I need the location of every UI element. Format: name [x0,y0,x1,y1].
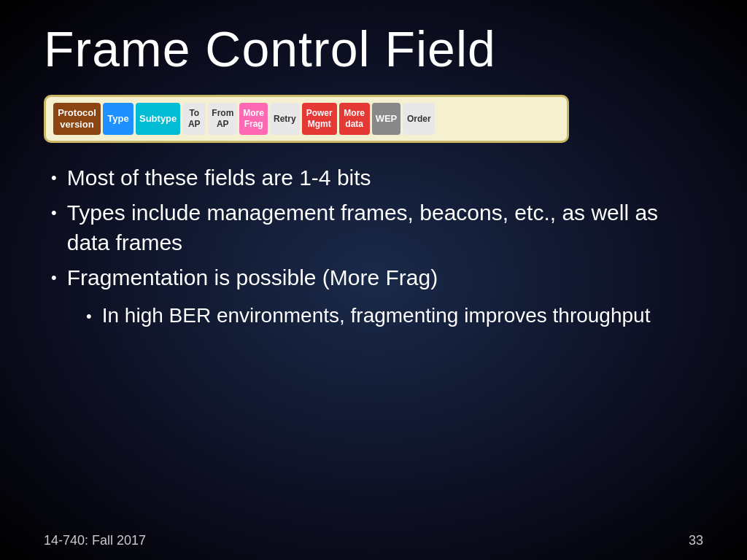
bullet-dot: • [51,202,57,224]
slide-title: Frame Control Field [44,22,703,77]
frame-field-wep: WEP [372,103,401,135]
frame-field-subtype: Subtype [136,103,180,135]
frame-field-protocol-version: Protocolversion [53,103,101,135]
frame-field-more-frag: MoreFrag [239,103,268,135]
frame-field-order: Order [403,103,435,135]
bullet-item-1: •Types include management frames, beacon… [51,198,703,257]
bullet-text-0: Most of these fields are 1-4 bits [67,163,703,193]
slide-container: Frame Control Field ProtocolversionTypeS… [0,0,747,560]
frame-field-to-ap: ToAP [182,103,206,135]
footer-page: 33 [689,533,703,548]
bullet-text-1: Types include management frames, beacons… [67,198,703,257]
frame-field-retry: Retry [270,103,300,135]
footer-course: 14-740: Fall 2017 [44,533,146,548]
bullet-item-2: •Fragmentation is possible (More Frag) [51,263,703,293]
bullet-dot: • [51,267,57,289]
bullet-item-0: •Most of these fields are 1-4 bits [51,163,703,193]
frame-field-from-ap: FromAP [208,103,237,135]
frame-field-power-mgmt: PowerMgmt [302,103,337,135]
frame-diagram: ProtocolversionTypeSubtypeToAPFromAPMore… [44,95,569,143]
bullet-text-2: Fragmentation is possible (More Frag) [67,263,703,293]
bullet-list: •Most of these fields are 1-4 bits•Types… [44,163,703,330]
sub-bullet-text: In high BER environments, fragmenting im… [102,302,651,330]
frame-field-type: Type [103,103,133,135]
slide-footer: 14-740: Fall 2017 33 [44,533,703,548]
frame-field-more-data: Moredata [339,103,370,135]
sub-bullet-2-0: •In high BER environments, fragmenting i… [86,302,703,330]
sub-bullet-dot: • [86,306,92,327]
bullet-dot: • [51,167,57,189]
